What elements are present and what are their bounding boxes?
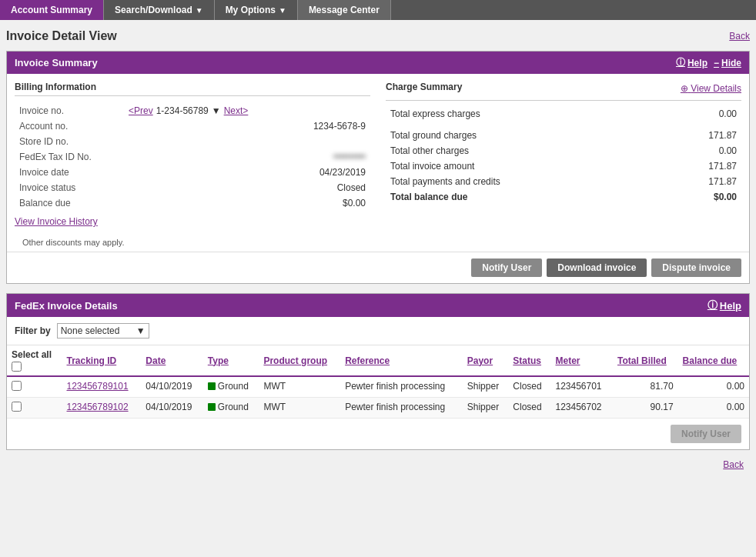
tracking-id-sort[interactable]: Tracking ID <box>67 355 117 366</box>
my-options-arrow-icon: ▼ <box>279 6 286 15</box>
row-date: 04/10/2019 <box>141 398 202 419</box>
back-link-top[interactable]: Back <box>729 31 750 42</box>
row-checkbox-0[interactable] <box>12 381 22 391</box>
charge-value-other: 0.00 <box>660 144 740 158</box>
row-reference: Pewter finish processing <box>340 376 463 398</box>
charge-row-other: Total other charges 0.00 <box>387 144 740 158</box>
billing-value-store-id <box>125 135 369 148</box>
nav-tab-account-summary[interactable]: Account Summary <box>0 0 104 20</box>
billing-label-tax-id: FedEx Tax ID No. <box>16 150 124 164</box>
filter-label: Filter by <box>15 325 51 336</box>
bottom-notify-user-button[interactable]: Notify User <box>671 425 741 443</box>
billing-label-invoice-date: Invoice date <box>16 165 124 179</box>
billing-label-balance-due: Balance due <box>16 196 124 210</box>
balance-due-sort[interactable]: Balance due <box>683 355 738 366</box>
row-payor: Shipper <box>463 376 509 398</box>
invoice-summary-box: Invoice Summary ⓘ Help − Hide Billing In… <box>6 51 750 284</box>
dispute-invoice-button[interactable]: Dispute invoice <box>651 258 741 277</box>
billing-label-invoice-status: Invoice status <box>16 181 124 195</box>
charge-section-title: Charge Summary <box>386 82 462 95</box>
charge-row-express: Total express charges 0.00 <box>387 107 740 121</box>
select-all-label: Select all <box>12 349 52 360</box>
nav-tab-my-options-label: My Options <box>226 5 276 15</box>
charge-value-express: 0.00 <box>660 107 740 121</box>
nav-tab-my-options[interactable]: My Options ▼ <box>215 0 298 20</box>
help-label: Help <box>687 58 707 68</box>
select-all-checkbox[interactable] <box>12 362 22 372</box>
minus-icon: − <box>714 58 719 68</box>
back-link-bottom[interactable]: Back <box>723 459 744 470</box>
status-sort[interactable]: Status <box>513 355 541 366</box>
product-group-sort[interactable]: Product group <box>263 355 327 366</box>
hide-link[interactable]: − Hide <box>714 56 741 69</box>
download-invoice-button[interactable]: Download invoice <box>547 258 647 277</box>
row-product-group: MWT <box>259 398 340 419</box>
notify-user-button[interactable]: Notify User <box>471 258 542 277</box>
date-sort[interactable]: Date <box>146 355 166 366</box>
row-meter: 123456702 <box>550 398 612 419</box>
view-invoice-history-link[interactable]: View Invoice History <box>15 216 98 227</box>
row-checkbox-1[interactable] <box>12 402 22 412</box>
col-status: Status <box>508 345 550 376</box>
charge-row-balance: Total balance due $0.00 <box>387 190 740 204</box>
nav-tab-search-download[interactable]: Search/Download ▼ <box>104 0 215 20</box>
charge-row-payments: Total payments and credits 171.87 <box>387 175 740 188</box>
col-type: Type <box>203 345 259 376</box>
total-billed-sort[interactable]: Total Billed <box>617 355 667 366</box>
view-details-link[interactable]: ⊕ View Details <box>681 83 741 94</box>
filter-selected-value: None selected <box>61 325 120 336</box>
col-total-billed: Total Billed <box>613 345 678 376</box>
summary-columns: Billing Information Invoice no. <Prev 1-… <box>7 74 749 235</box>
table-row: 123456789101 04/10/2019 Ground MWT Pewte… <box>7 376 749 398</box>
row-tracking-id: 123456789102 <box>62 398 142 419</box>
invoice-summary-header-actions: ⓘ Help − Hide <box>676 56 741 69</box>
row-reference: Pewter finish processing <box>340 398 463 419</box>
row-balance-due: 0.00 <box>678 398 749 419</box>
row-total-billed: 90.17 <box>613 398 678 419</box>
type-sort[interactable]: Type <box>208 355 229 366</box>
filter-bar: Filter by None selected ▼ <box>7 317 749 345</box>
invoice-summary-header: Invoice Summary ⓘ Help − Hide <box>7 52 749 74</box>
charge-value-payments: 171.87 <box>660 175 740 188</box>
filter-select[interactable]: None selected ▼ <box>57 323 149 339</box>
nav-tab-message-center[interactable]: Message Center <box>298 0 391 20</box>
detail-table: Select all Tracking ID Date Type Product… <box>7 345 749 419</box>
charge-table: Total express charges 0.00 Total ground … <box>386 105 741 205</box>
col-reference: Reference <box>340 345 463 376</box>
billing-section-title: Billing Information <box>15 82 370 96</box>
billing-value-account-no: 1234-5678-9 <box>125 119 369 133</box>
tracking-id-link-0[interactable]: 123456789101 <box>67 381 129 392</box>
tracking-id-link-1[interactable]: 123456789102 <box>67 402 129 412</box>
row-tracking-id: 123456789101 <box>62 376 142 398</box>
bottom-actions: Notify User <box>7 419 749 449</box>
help-link[interactable]: ⓘ Help <box>676 56 707 69</box>
bottom-bar: Back <box>6 456 750 473</box>
billing-table: Invoice no. <Prev 1-234-56789 ▼ Next> Ac… <box>15 102 370 212</box>
row-checkbox-cell <box>7 398 62 419</box>
charge-value-invoice-amount: 171.87 <box>660 159 740 173</box>
row-total-billed: 81.70 <box>613 376 678 398</box>
invoice-number: 1-234-56789 <box>156 105 209 116</box>
row-balance-due: 0.00 <box>678 376 749 398</box>
charge-value-ground: 171.87 <box>660 128 740 142</box>
invoice-dropdown-icon[interactable]: ▼ <box>212 105 221 116</box>
billing-label-invoice-no: Invoice no. <box>16 104 124 118</box>
fedex-help-label: Help <box>720 300 741 312</box>
billing-row-invoice-no: Invoice no. <Prev 1-234-56789 ▼ Next> <box>16 104 369 118</box>
hide-label: Hide <box>721 58 741 68</box>
row-type: Ground <box>203 376 259 398</box>
charge-value-balance: $0.00 <box>660 190 740 204</box>
billing-row-tax-id: FedEx Tax ID No. •••••••••• <box>16 150 369 164</box>
page-content: Invoice Detail View Back Invoice Summary… <box>0 20 756 557</box>
row-status: Closed <box>508 398 550 419</box>
reference-sort[interactable]: Reference <box>345 355 390 366</box>
next-invoice-link[interactable]: Next> <box>224 105 249 116</box>
col-meter: Meter <box>550 345 612 376</box>
payor-sort[interactable]: Payor <box>467 355 493 366</box>
prev-invoice-link[interactable]: <Prev <box>129 105 153 116</box>
fedex-help-link[interactable]: ⓘ Help <box>707 299 741 312</box>
col-tracking-id: Tracking ID <box>62 345 142 376</box>
billing-column: Billing Information Invoice no. <Prev 1-… <box>15 82 370 227</box>
nav-tab-message-center-label: Message Center <box>309 5 380 15</box>
meter-sort[interactable]: Meter <box>555 355 580 366</box>
